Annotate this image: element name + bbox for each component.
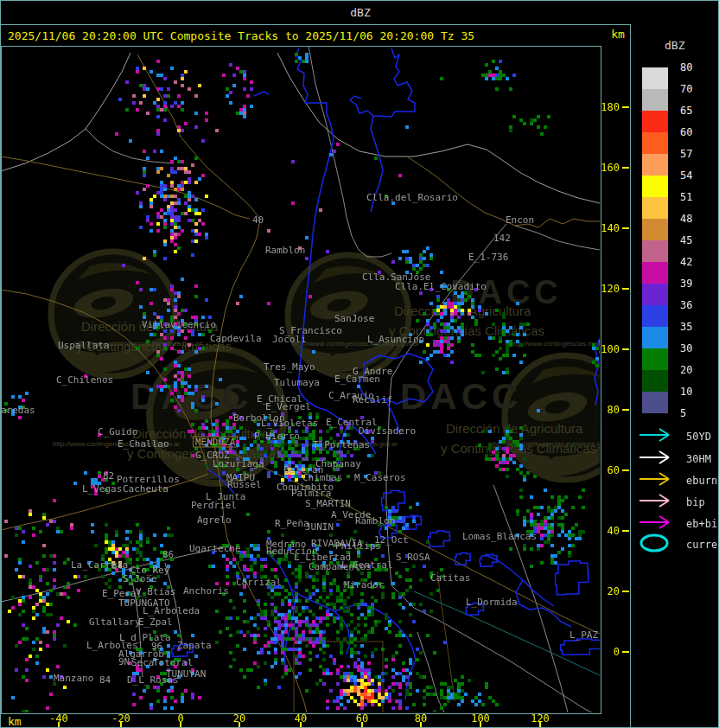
place-label: C_Chilenos — [56, 375, 113, 385]
place-label: Tulumaya — [274, 378, 320, 387]
colorbar-band — [642, 132, 668, 154]
x-axis-unit-label: km — [8, 715, 22, 728]
place-label: E_Challao — [118, 439, 169, 449]
place-label: Recalif — [353, 395, 392, 405]
colorbar-band — [642, 219, 668, 240]
place-label: Carrizal — [236, 578, 282, 587]
place-label: Tres_Mayo — [264, 362, 315, 372]
x-tick — [120, 722, 122, 727]
place-label: 86 — [162, 550, 174, 559]
current-cell-icon — [638, 533, 678, 553]
legend-item: bip — [638, 492, 678, 509]
legend-label: eb+bip — [686, 518, 719, 530]
track-arrow-icon — [638, 490, 678, 511]
colorbar-band — [642, 370, 668, 392]
place-label: SanJose — [334, 314, 374, 323]
colorbar-value: 65 — [680, 105, 692, 116]
place-label: R_Peña — [275, 519, 309, 528]
colorbar-band — [642, 111, 668, 132]
place-label: E_Carmen — [334, 374, 380, 384]
place-label: Jocoli — [272, 335, 307, 344]
timestamp-title: 2025/11/06 20:20:00 UTC Composite Tracks… — [8, 29, 474, 42]
colorbar-band — [642, 348, 668, 370]
colorbar-value: 42 — [680, 257, 692, 267]
y-tick-label: 0 — [597, 646, 620, 658]
place-label: Divisadero — [359, 426, 416, 436]
colorbar-value: 30 — [680, 343, 692, 354]
legend-label: eburn — [686, 475, 717, 487]
place-label: Totoral — [153, 658, 193, 667]
place-label: Ramblon — [265, 246, 305, 255]
y-tick-label: 160 — [597, 162, 620, 174]
x-tick — [361, 722, 363, 727]
place-label: Villavicencio — [142, 320, 216, 329]
place-label: Encon — [506, 215, 534, 225]
colorbar-band — [642, 305, 668, 327]
place-label: S_MARTIN — [305, 499, 351, 508]
place-label: 84 — [111, 561, 123, 571]
colorbar-band — [642, 284, 668, 305]
place-label: 84 — [99, 675, 111, 685]
place-label: Capdevila — [210, 334, 262, 343]
track-arrow-icon — [638, 469, 678, 489]
place-label: E_Zpal — [138, 617, 173, 627]
radar-viewer-window: dBZ 2025/11/06 20:20:00 UTC Composite Tr… — [0, 0, 719, 728]
y-tick — [622, 167, 629, 169]
place-label: TUNUYAN — [166, 669, 206, 679]
place-label: C_Guido — [98, 427, 137, 437]
colorbar-value: 5 — [680, 408, 686, 418]
colorbar-value: 39 — [680, 278, 692, 289]
colorbar-value: 60 — [680, 127, 692, 137]
legend-label: 50YD — [686, 431, 711, 443]
place-label: V_Btias — [136, 587, 175, 597]
place-label: Agrelo — [197, 515, 232, 525]
place-label: Ugarteche — [189, 544, 241, 553]
place-label: L_PAZ — [569, 630, 598, 640]
colorbar-value: 48 — [680, 214, 692, 224]
place-label: L_Central — [341, 560, 393, 570]
city-label-boxed: MENDOZA — [193, 437, 238, 448]
place-label: 12_Oct — [374, 535, 409, 545]
place-label: Clla.del_Rosario — [366, 193, 458, 202]
place-label: L_Vegas — [82, 484, 122, 494]
page-title: dBZ — [350, 6, 370, 19]
y-tick — [622, 106, 629, 108]
place-label: Catitas — [430, 573, 470, 583]
y-tick — [622, 530, 629, 532]
colorbar-band — [642, 176, 668, 197]
place-label: Cacheuta — [123, 484, 169, 494]
legend-label: 30HM — [686, 453, 711, 465]
place-label: aredas — [1, 406, 35, 415]
x-tick — [58, 722, 60, 727]
y-tick-label: 120 — [597, 283, 620, 295]
colorbar-value: 54 — [680, 170, 692, 181]
place-label: 96 — [151, 642, 162, 651]
place-label: Gltallary — [89, 617, 141, 627]
colorbar-value: 35 — [680, 322, 692, 332]
colorbar-title: dBZ — [665, 39, 684, 52]
place-label: Luzuriaga — [213, 459, 264, 469]
colorbar-band — [642, 67, 668, 89]
place-label: Manzano — [54, 674, 93, 683]
y-tick — [622, 469, 629, 471]
legend-label: current — [686, 539, 719, 551]
place-label: M_Caseros — [354, 473, 406, 482]
colorbar-value: 36 — [680, 300, 692, 310]
x-tick — [420, 722, 422, 727]
legend-item: eb+bip — [638, 514, 678, 531]
place-label: S_Jose — [123, 574, 157, 584]
place-label: Perdriel — [191, 501, 237, 510]
subtitle-bar: 2025/11/06 20:20:00 UTC Composite Tracks… — [1, 25, 630, 46]
colorbar-band — [642, 154, 668, 176]
y-tick-label: 20 — [597, 585, 620, 597]
place-label: Russel — [227, 480, 262, 489]
y-tick — [622, 227, 629, 229]
place-label: S_ROSA — [396, 552, 430, 562]
legend-label: bip — [686, 496, 705, 508]
colorbar-band — [642, 197, 668, 219]
y-tick — [622, 288, 629, 290]
place-label: L_Dormida — [466, 597, 518, 607]
legend-panel: dBZ 807065605754514845423936353020105 50… — [631, 24, 719, 728]
colorbar-value: 57 — [680, 149, 692, 159]
place-label: L_Arboleda — [143, 606, 200, 616]
